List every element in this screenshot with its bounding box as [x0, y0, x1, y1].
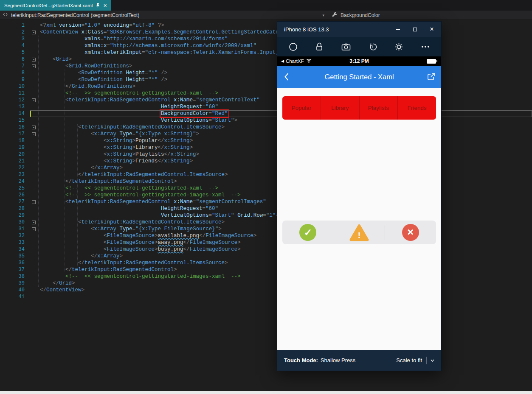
line-number: 23 — [0, 171, 30, 178]
svg-text:!: ! — [358, 231, 360, 240]
change-bar — [30, 219, 31, 226]
indent-guide — [65, 70, 65, 273]
member-dropdown-label: BackgroundColor — [341, 12, 380, 18]
code-line: 39 </Grid> — [0, 280, 532, 287]
change-bar — [30, 90, 31, 97]
simulator-titlebar[interactable]: iPhone 8 iOS 13.3 × — [277, 22, 441, 37]
fold-toggle[interactable]: - — [32, 131, 37, 137]
code-line: 3 xmlns="http://xamarin.com/schemas/2014… — [0, 36, 532, 42]
change-bar — [30, 273, 31, 280]
segment-check-icon[interactable]: ✓ — [282, 221, 334, 244]
collapse-icon[interactable]: - — [32, 132, 36, 136]
code-line: 29 VerticalOptions="Start" Grid.Row="1"> — [0, 212, 532, 219]
window-controls: × — [389, 22, 440, 37]
tab-close-icon[interactable]: × — [103, 3, 107, 8]
dropdown-chevron-icon[interactable]: ▾ — [322, 13, 328, 17]
fold-toggle[interactable]: - — [32, 29, 37, 36]
code-line: 10 </Grid.RowDefinitions> — [0, 83, 532, 90]
change-bar — [30, 165, 31, 171]
collapse-icon[interactable]: - — [32, 126, 36, 129]
code-line: 24 </telerikInput:RadSegmentedControl> — [0, 178, 532, 185]
scale-dropdown[interactable]: Scale to fit — [396, 357, 434, 364]
tab-active[interactable]: SegmentControlGet...gStartedXaml.xaml × — [0, 0, 111, 11]
segment-playlists[interactable]: Playlists — [359, 96, 398, 120]
segment-friends[interactable]: Friends — [397, 96, 436, 120]
object-dropdown-label: telerikInput:RadSegmentedControl (segmen… — [11, 12, 139, 18]
line-number: 26 — [0, 192, 30, 198]
code-line: 27- <telerikInput:RadSegmentedControl x:… — [0, 198, 532, 205]
line-number: 6 — [0, 56, 30, 63]
back-button[interactable] — [284, 73, 289, 83]
line-number: 14 — [0, 110, 30, 117]
collapse-icon[interactable]: - — [32, 227, 36, 231]
fold-toggle[interactable]: - — [32, 63, 37, 70]
app-nav-bar: Getting Started - Xaml — [277, 66, 441, 88]
more-options-icon[interactable] — [420, 41, 431, 52]
change-bar — [30, 212, 31, 219]
line-number: 3 — [0, 36, 30, 42]
tab-bar: SegmentControlGet...gStartedXaml.xaml × — [0, 0, 532, 11]
change-bar — [30, 137, 31, 144]
home-circle-icon[interactable] — [287, 41, 298, 52]
fold-toggle[interactable]: - — [32, 226, 37, 232]
fold-toggle — [32, 192, 37, 198]
collapse-icon[interactable]: - — [32, 221, 36, 224]
battery-icon — [427, 59, 436, 64]
collapse-icon[interactable]: - — [32, 58, 36, 61]
change-bar — [30, 63, 31, 70]
fold-toggle[interactable]: - — [32, 56, 37, 63]
collapse-icon[interactable]: - — [32, 64, 36, 68]
back-to-app-indicator[interactable]: ◀ — [281, 59, 284, 63]
fold-toggle — [32, 280, 37, 287]
minimize-button[interactable] — [389, 22, 406, 37]
tab-label: SegmentControlGet...gStartedXaml.xaml — [4, 3, 93, 8]
segment-warning-icon[interactable]: ! — [334, 221, 385, 244]
fold-toggle[interactable]: - — [32, 219, 37, 226]
fold-toggle[interactable]: - — [32, 124, 37, 131]
close-button[interactable]: × — [423, 22, 440, 37]
segment-close-icon[interactable]: × — [385, 221, 436, 244]
horizontal-scrollbar[interactable] — [0, 391, 532, 394]
code-line: 19 <x:String>Library</x:String> — [0, 144, 532, 151]
rotate-icon[interactable] — [367, 41, 378, 52]
fold-toggle — [32, 165, 37, 171]
member-dropdown[interactable]: BackgroundColor — [328, 12, 380, 19]
pin-icon[interactable] — [96, 3, 100, 8]
fold-toggle — [32, 185, 37, 192]
app-content: PopularLibraryPlaylistsFriends ✓!× — [277, 88, 441, 350]
line-number: 17 — [0, 131, 30, 137]
fold-toggle — [32, 232, 37, 239]
line-number: 33 — [0, 239, 30, 246]
line-number: 16 — [0, 124, 30, 131]
fold-toggle — [32, 110, 37, 117]
segment-popular[interactable]: Popular — [282, 96, 321, 120]
external-link-button[interactable] — [427, 73, 435, 82]
code-line: 12- <telerikInput:RadSegmentedControl x:… — [0, 97, 532, 103]
code-line: 9 <RowDefinition Height="*" /> — [0, 76, 532, 83]
change-bar — [30, 293, 31, 300]
change-bar — [30, 42, 31, 49]
chevron-down-icon — [426, 357, 434, 364]
lock-icon[interactable] — [314, 41, 325, 52]
maximize-button[interactable] — [406, 22, 423, 37]
code-line: 7- <Grid.RowDefinitions> — [0, 63, 532, 70]
collapse-icon[interactable]: - — [32, 98, 36, 102]
collapse-icon[interactable]: - — [32, 31, 36, 34]
change-bar — [30, 97, 31, 103]
fold-toggle[interactable]: - — [32, 198, 37, 205]
fold-toggle — [32, 103, 37, 110]
change-bar — [30, 192, 31, 198]
code-editor[interactable]: 1<?xml version="1.0" encoding="utf-8" ?>… — [0, 20, 532, 394]
settings-gear-icon[interactable] — [394, 41, 405, 52]
object-dropdown[interactable]: telerikInput:RadSegmentedControl (segmen… — [0, 12, 328, 18]
segment-library[interactable]: Library — [321, 96, 359, 120]
camera-icon[interactable] — [341, 41, 352, 52]
check-icon: ✓ — [299, 224, 316, 241]
clock: 3:12 PM — [337, 58, 381, 64]
fold-toggle[interactable]: - — [32, 97, 37, 103]
fold-toggle — [32, 49, 37, 56]
line-number: 34 — [0, 246, 30, 253]
collapse-icon[interactable]: - — [32, 200, 36, 204]
simulator-window: iPhone 8 iOS 13.3 × ◀ ChartXF — [277, 21, 442, 371]
change-bar — [30, 246, 31, 253]
